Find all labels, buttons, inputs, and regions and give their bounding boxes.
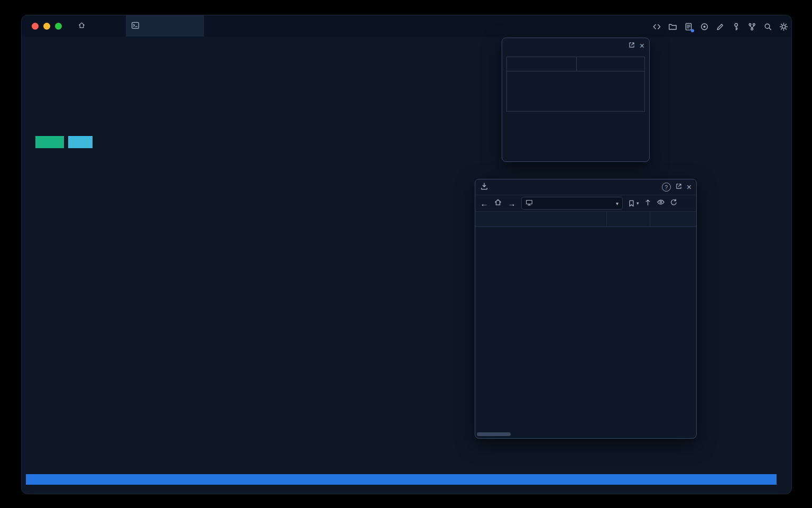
chevron-down-icon[interactable]: ▾	[616, 201, 619, 206]
filesystem-table	[506, 57, 645, 112]
help-icon[interactable]: ?	[662, 183, 671, 192]
back-button[interactable]: ←	[479, 199, 489, 208]
titlebar-actions	[652, 22, 788, 31]
key-icon[interactable]	[731, 22, 741, 31]
refresh-button[interactable]	[670, 198, 678, 208]
device-icon	[525, 199, 533, 208]
folder-icon[interactable]	[668, 22, 677, 31]
tasks-icon[interactable]	[684, 22, 693, 31]
search-icon[interactable]	[763, 22, 772, 31]
file-table-body	[475, 227, 696, 438]
col-size[interactable]	[650, 212, 696, 226]
edit-icon[interactable]	[715, 22, 725, 31]
fkey-bar	[26, 474, 777, 485]
record-icon[interactable]	[699, 22, 709, 31]
preview-button[interactable]	[657, 198, 665, 208]
fs-col-filesystem	[507, 57, 577, 71]
traffic-light-minimize[interactable]	[43, 23, 50, 30]
close-icon[interactable]: ×	[640, 42, 644, 50]
chevron-down-icon: ▾	[636, 201, 639, 206]
htop-tab-main[interactable]	[35, 136, 64, 148]
col-filename[interactable]	[475, 212, 607, 226]
popout-icon[interactable]	[675, 183, 682, 192]
traffic-light-zoom[interactable]	[55, 23, 62, 30]
app-window: × ? × ← →	[21, 15, 792, 494]
code-icon[interactable]	[652, 22, 661, 31]
new-tab-button[interactable]	[208, 20, 220, 32]
htop-tab-io[interactable]	[68, 136, 93, 148]
horizontal-scrollbar-thumb[interactable]	[477, 432, 511, 436]
traffic-light-close[interactable]	[32, 23, 39, 30]
sysinfo-panel: ×	[502, 38, 650, 162]
terminal-icon	[131, 21, 140, 31]
forward-button[interactable]: →	[507, 199, 516, 208]
col-type[interactable]	[607, 212, 650, 226]
tab-home[interactable]	[70, 15, 97, 37]
file-table-header	[475, 212, 696, 227]
notification-dot	[691, 29, 694, 32]
download-icon[interactable]	[480, 182, 488, 192]
bookmark-button[interactable]: ▾	[628, 199, 639, 207]
home-button[interactable]	[494, 198, 502, 208]
fs-col-used-total	[577, 57, 644, 71]
home-icon	[78, 21, 86, 31]
popout-icon[interactable]	[628, 41, 635, 50]
close-icon[interactable]: ×	[687, 183, 691, 192]
filesystem-header	[507, 57, 644, 71]
sftp-panel: ? × ← → ▾ ▾	[475, 179, 697, 439]
settings-icon[interactable]	[779, 22, 788, 31]
tab-host[interactable]	[126, 15, 204, 37]
up-directory-button[interactable]	[644, 198, 652, 208]
breadcrumb[interactable]: ▾	[521, 197, 623, 210]
sftp-toolbar: ← → ▾ ▾	[475, 195, 696, 212]
git-branch-icon[interactable]	[747, 22, 756, 31]
